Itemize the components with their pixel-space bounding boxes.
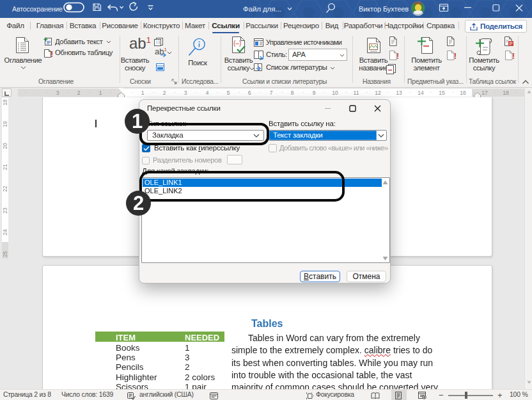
svg-text:!: ! bbox=[512, 52, 515, 61]
svg-text:(–): (–) bbox=[233, 40, 241, 47]
svg-text:!: ! bbox=[396, 52, 399, 61]
svg-text:!: ! bbox=[454, 52, 457, 61]
svg-text:!: ! bbox=[51, 49, 53, 59]
